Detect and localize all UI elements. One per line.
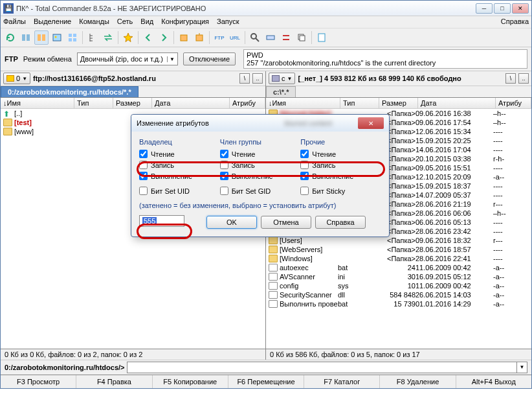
group-write-check[interactable]: Запись [220,159,301,170]
tb-copy-icon[interactable] [294,30,309,45]
col-type[interactable]: Тип [340,98,379,108]
left-root-button[interactable]: \ [239,73,250,84]
col-type[interactable]: Тип [74,98,113,108]
tb-image-icon[interactable] [50,30,64,45]
col-date[interactable]: Дата [152,98,230,108]
left-status: 0 Кб из 0 Кб, файлов: 0 из 2, папок: 0 и… [1,349,265,360]
folder-icon [3,128,12,135]
f8-delete[interactable]: F8 Удаление [380,375,456,388]
f3-view[interactable]: F3 Просмотр [1,375,76,388]
col-size[interactable]: Размер [113,98,152,108]
left-up-button[interactable]: .. [252,73,263,84]
tb-search-icon[interactable] [248,30,262,45]
help-button[interactable]: Справка [315,216,366,229]
sticky-check[interactable]: Бит Sticky [300,185,381,196]
other-exec-check[interactable]: Выполнение [300,170,381,181]
list-item[interactable]: AVScannerini3016.09.2015 05:12-a-- [266,272,531,281]
tb-sync-icon[interactable] [279,30,293,45]
col-size[interactable]: Размер [379,98,418,108]
right-up-button[interactable]: .. [518,73,529,84]
owner-read-check[interactable]: Чтение [139,148,220,159]
right-tab[interactable]: c:\*.* [266,86,296,97]
up-icon: ⬆ [3,110,12,117]
list-item[interactable]: [Windows]<Папка>28.06.2016 22:41---- [266,254,531,263]
svg-rect-15 [300,36,305,41]
tb-view2-icon[interactable] [34,30,49,45]
svg-rect-4 [53,34,61,41]
f5-copy[interactable]: F5 Копирование [153,375,228,388]
chmod-input[interactable]: 555 [139,215,184,227]
tb-ftp-icon[interactable]: FTP [212,30,227,45]
owner-write-check[interactable]: Запись [139,159,220,170]
chevron-down-icon[interactable]: ▼ [516,362,527,373]
svg-rect-2 [38,34,41,41]
tb-url-icon[interactable]: URL [228,30,242,45]
menu-config[interactable]: Конфигурация [161,17,209,25]
ok-button[interactable]: OK [206,216,257,229]
menu-select[interactable]: Выделение [34,17,71,25]
file-icon [269,264,278,272]
owner-exec-check[interactable]: Выполнение [139,170,220,181]
tb-notepad-icon[interactable] [315,30,329,45]
list-item[interactable]: autoexecbat2411.06.2009 00:42-a-- [266,263,531,272]
dialog-close-button[interactable]: ✕ [358,117,384,129]
col-attr[interactable]: Атрибу [496,98,531,108]
tb-star-icon[interactable] [121,30,135,45]
tb-view1-icon[interactable] [19,30,33,45]
svg-rect-11 [196,35,203,41]
tb-tree-icon[interactable] [85,30,100,45]
menubar: Файлы Выделение Команды Сеть Вид Конфигу… [1,16,531,29]
f4-edit[interactable]: F4 Правка [76,375,152,388]
list-item[interactable]: configsys1011.06.2009 00:42-a-- [266,281,531,290]
close-button[interactable]: ✕ [512,3,529,14]
disconnect-button[interactable]: Отключение [183,52,236,65]
menu-files[interactable]: Файлы [3,17,26,25]
left-drive-button[interactable]: 0 ▼ [3,73,30,84]
tb-refresh-icon[interactable] [3,30,17,45]
col-attr[interactable]: Атрибу [230,98,265,108]
ftp-bar: FTP Режим обмена Двоичный (zip, doc и т.… [1,47,531,71]
list-item[interactable]: [Users]<Папка>09.06.2016 18:32r--- [266,236,531,245]
transfer-mode-combo[interactable]: Двоичный (zip, doc и т.д.) ▼ [77,52,178,65]
menu-commands[interactable]: Команды [79,17,109,25]
owner-label: Владелец [139,138,220,146]
group-exec-check[interactable]: Выполнение [220,170,301,181]
f6-move[interactable]: F6 Перемещение [228,375,304,388]
app-icon: 💾 [3,3,14,14]
altf4-exit[interactable]: Alt+F4 Выход [456,375,531,388]
maximize-button[interactable]: □ [494,3,511,14]
other-write-check[interactable]: Запись [300,159,381,170]
menu-help[interactable]: Справка [501,17,529,25]
right-root-button[interactable]: \ [505,73,516,84]
list-item[interactable]: Выполнить проверку s..bat15 73901.01.201… [266,299,531,308]
list-item[interactable]: [WebServers]<Папка>28.06.2016 18:57---- [266,245,531,254]
tb-swap-icon[interactable] [101,30,115,45]
right-drive-button[interactable]: c ▼ [269,73,295,84]
left-columns: ↓Имя Тип Размер Дата Атрибу [1,98,265,109]
owner-column: Владелец Чтение Запись Выполнение Бит Se… [139,138,220,196]
cancel-button[interactable]: Отмена [261,216,311,229]
group-column: Член группы Чтение Запись Выполнение Бит… [220,138,301,196]
col-name[interactable]: ↓Имя [266,98,340,108]
menu-start[interactable]: Запуск [217,17,239,25]
sgid-check[interactable]: Бит Set GID [220,185,301,196]
group-read-check[interactable]: Чтение [220,148,301,159]
tb-rename-icon[interactable] [263,30,278,45]
col-date[interactable]: Дата [418,98,496,108]
list-item[interactable]: SecurityScannerdll584 84826.06.2015 14:0… [266,290,531,299]
command-input[interactable]: ▼ [127,362,527,373]
minimize-button[interactable]: ─ [476,3,493,14]
tb-forward-icon[interactable] [157,30,171,45]
right-columns: ↓Имя Тип Размер Дата Атрибу [266,98,531,109]
suid-check[interactable]: Бит Set UID [139,185,220,196]
left-tab[interactable]: 0:/zarobotokmonitoring.ru/htdocs/*.* [1,86,139,97]
other-read-check[interactable]: Чтение [300,148,381,159]
menu-view[interactable]: Вид [140,17,153,25]
tb-unpack-icon[interactable] [192,30,206,45]
col-name[interactable]: ↓Имя [1,98,74,108]
tb-tiles-icon[interactable] [65,30,80,45]
tb-back-icon[interactable] [141,30,155,45]
menu-net[interactable]: Сеть [117,17,133,25]
tb-pack-icon[interactable] [177,30,191,45]
f7-mkdir[interactable]: F7 Каталог [304,375,380,388]
